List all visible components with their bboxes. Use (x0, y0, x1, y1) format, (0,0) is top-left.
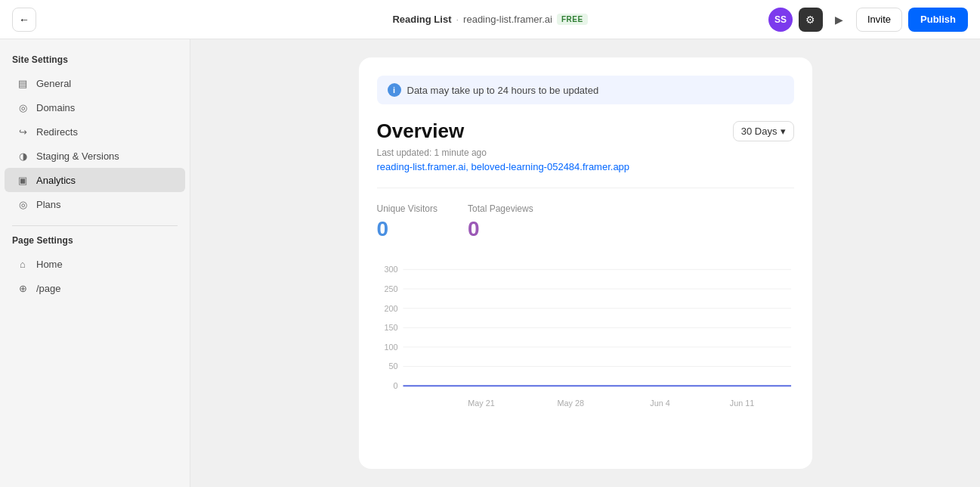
sidebar-item-label: Staging & Versions (36, 150, 119, 162)
invite-button[interactable]: Invite (856, 8, 902, 32)
sidebar-item-plans[interactable]: ◎ Plans (5, 192, 185, 216)
sidebar-item-page[interactable]: ⊕ /page (5, 276, 185, 300)
settings-icon[interactable]: ⚙ (799, 8, 823, 32)
page-settings-heading: Page Settings (0, 235, 190, 252)
info-banner-text: Data may take up to 24 hours to be updat… (407, 85, 599, 96)
user-avatar[interactable]: SS (768, 8, 793, 32)
page-icon: ⊕ (17, 282, 29, 294)
sidebar-item-label: Plans (36, 199, 61, 210)
play-icon: ▶ (835, 14, 843, 26)
free-badge: FREE (557, 14, 588, 25)
analytics-chart: 300 250 200 150 100 50 (377, 259, 794, 426)
unique-visitors-value: 0 (377, 217, 437, 241)
plans-icon: ◎ (17, 198, 29, 210)
topbar-center: Reading List · reading-list.framer.ai FR… (392, 14, 587, 25)
separator-dot: · (456, 14, 459, 25)
y-label-300: 300 (384, 265, 397, 274)
sidebar-item-analytics[interactable]: ▣ Analytics (5, 168, 185, 192)
chevron-down-icon: ▾ (781, 126, 786, 137)
days-selector[interactable]: 30 Days ▾ (733, 121, 794, 141)
preview-button[interactable]: ▶ (829, 9, 850, 30)
y-label-150: 150 (384, 323, 397, 332)
site-name: Reading List (392, 14, 451, 25)
overview-title: Overview (377, 119, 465, 143)
domain-links[interactable]: reading-list.framer.ai, beloved-learning… (377, 161, 794, 172)
sidebar-item-label: Home (36, 259, 63, 270)
analytics-card: i Data may take up to 24 hours to be upd… (359, 57, 812, 469)
sidebar-item-label: Domains (36, 102, 75, 113)
topbar-right: SS ⚙ ▶ Invite Publish (768, 8, 968, 32)
topbar: ← Reading List · reading-list.framer.ai … (0, 0, 980, 39)
general-icon: ▤ (17, 77, 29, 89)
publish-button[interactable]: Publish (908, 8, 968, 32)
x-label-jun4: Jun 4 (650, 399, 670, 408)
y-label-0: 0 (393, 381, 397, 390)
unique-visitors-stat: Unique Visitors 0 (377, 203, 437, 241)
y-label-200: 200 (384, 304, 397, 313)
stats-divider (377, 188, 794, 188)
y-label-250: 250 (384, 284, 397, 293)
back-icon: ← (19, 14, 29, 26)
sidebar-item-staging[interactable]: ◑ Staging & Versions (5, 144, 185, 168)
y-label-50: 50 (388, 361, 397, 371)
sidebar-item-domains[interactable]: ◎ Domains (5, 95, 185, 119)
sidebar-divider (12, 225, 178, 226)
total-pageviews-label: Total Pageviews (468, 203, 533, 214)
back-button[interactable]: ← (12, 8, 36, 32)
sidebar-item-general[interactable]: ▤ General (5, 71, 185, 95)
site-domain[interactable]: reading-list.framer.ai (463, 14, 552, 25)
y-label-100: 100 (384, 343, 397, 352)
chart-svg: 300 250 200 150 100 50 (377, 259, 794, 426)
sidebar-item-label: Redirects (36, 126, 78, 138)
sidebar-item-label: Analytics (36, 175, 76, 186)
content-area: i Data may take up to 24 hours to be upd… (190, 39, 980, 487)
home-icon: ⌂ (17, 258, 29, 270)
stats-row: Unique Visitors 0 Total Pageviews 0 (377, 203, 794, 241)
analytics-icon: ▣ (17, 174, 29, 186)
sidebar-item-label: General (36, 78, 71, 89)
site-settings-heading: Site Settings (0, 54, 190, 71)
staging-icon: ◑ (17, 150, 29, 162)
sidebar: Site Settings ▤ General ◎ Domains ↪ Redi… (0, 39, 190, 487)
topbar-left: ← (12, 8, 36, 32)
overview-header: Overview 30 Days ▾ (377, 119, 794, 143)
total-pageviews-stat: Total Pageviews 0 (468, 203, 533, 241)
info-banner: i Data may take up to 24 hours to be upd… (377, 76, 794, 104)
x-label-may28: May 28 (557, 399, 584, 408)
sidebar-item-label: /page (36, 283, 61, 294)
x-label-may21: May 21 (468, 399, 495, 408)
last-updated-text: Last updated: 1 minute ago (377, 147, 794, 158)
redirects-icon: ↪ (17, 126, 29, 138)
main-layout: Site Settings ▤ General ◎ Domains ↪ Redi… (0, 39, 980, 487)
sidebar-item-redirects[interactable]: ↪ Redirects (5, 119, 185, 144)
days-selector-label: 30 Days (741, 126, 778, 137)
info-icon: i (388, 83, 401, 97)
unique-visitors-label: Unique Visitors (377, 203, 437, 214)
sidebar-item-home[interactable]: ⌂ Home (5, 252, 185, 276)
x-label-jun11: Jun 11 (729, 399, 754, 408)
domains-icon: ◎ (17, 101, 29, 113)
total-pageviews-value: 0 (468, 217, 533, 241)
